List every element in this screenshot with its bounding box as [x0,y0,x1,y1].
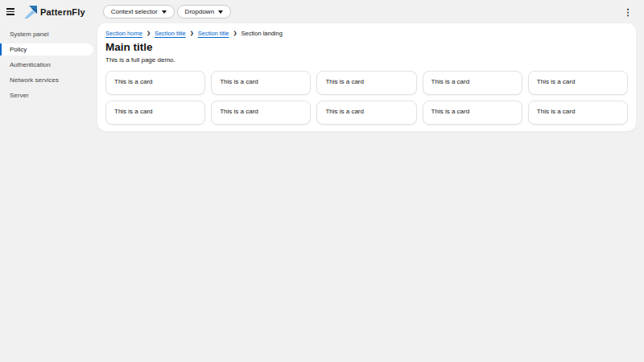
card-title: This is a card [325,78,364,85]
nav-toggle-button[interactable] [0,0,21,23]
card-title: This is a card [114,108,153,115]
card-title: This is a card [114,78,153,85]
brand: PatternFly [24,6,85,19]
card-title: This is a card [431,108,470,115]
card: This is a card [105,71,205,95]
breadcrumb-link-section-home[interactable]: Section home [105,30,142,37]
sidebar-item-network-services[interactable]: Network services [0,74,93,86]
chevron-right-icon: ❯ [190,30,194,36]
hamburger-icon [6,8,14,15]
breadcrumb-current-page: Section landing [242,30,283,37]
masthead: PatternFly Context selector Dropdown ⋮ [0,0,644,23]
kebab-icon: ⋮ [624,7,633,17]
main-content-panel: Section home ❯ Section title ❯ Section t… [97,23,636,131]
dropdown-button[interactable]: Dropdown [177,5,231,19]
card: This is a card [528,71,628,95]
sidebar-item-server[interactable]: Server [0,89,93,101]
card-grid: This is a card This is a card This is a … [105,71,628,125]
card-title: This is a card [431,78,470,85]
breadcrumb: Section home ❯ Section title ❯ Section t… [105,30,628,36]
card-title: This is a card [325,108,364,115]
context-selector-label: Context selector [111,8,158,15]
card-title: This is a card [537,108,576,115]
card: This is a card [211,101,311,125]
chevron-right-icon: ❯ [233,30,237,36]
page-subtitle: This is a full page demo. [105,56,628,64]
card: This is a card [211,71,311,95]
page-title: Main title [105,41,628,53]
breadcrumb-link-section-title-2[interactable]: Section title [198,30,229,37]
chevron-down-icon [218,10,223,14]
chevron-down-icon [162,10,167,14]
patternfly-logo-icon [24,6,37,19]
card: This is a card [316,101,416,125]
dropdown-label: Dropdown [185,8,214,15]
chevron-right-icon: ❯ [147,30,151,36]
card-title: This is a card [220,108,258,115]
card: This is a card [423,101,522,125]
sidebar-item-policy[interactable]: Policy [0,43,93,56]
kebab-menu-button[interactable]: ⋮ [621,4,634,20]
card-title: This is a card [220,78,258,85]
card: This is a card [105,101,205,125]
context-selector-button[interactable]: Context selector [103,5,175,19]
sidebar-item-system-panel[interactable]: System panel [0,28,93,40]
sidebar: System panel Policy Authentication Netwo… [0,23,97,362]
breadcrumb-link-section-title-1[interactable]: Section title [155,30,186,37]
brand-name: PatternFly [40,7,85,17]
card: This is a card [528,101,628,125]
card-title: This is a card [537,78,576,85]
card: This is a card [423,71,522,95]
card: This is a card [316,71,416,95]
sidebar-item-authentication[interactable]: Authentication [0,59,93,71]
